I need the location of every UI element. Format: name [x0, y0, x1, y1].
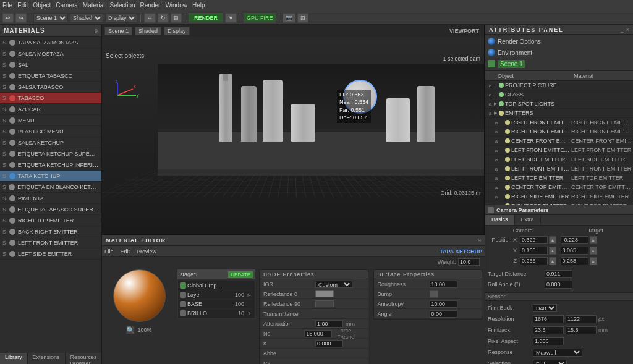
menu-material[interactable]: Material: [83, 2, 105, 9]
pos-y-input[interactable]: [520, 247, 548, 255]
tgt-y-spin[interactable]: ▲: [590, 247, 597, 255]
screenshot-btn[interactable]: ⊡: [297, 13, 308, 23]
material-item[interactable]: SPLASTICO MENU: [0, 126, 101, 137]
anisotropy-input[interactable]: [430, 300, 457, 308]
material-item[interactable]: SPIMIENTA: [0, 193, 101, 204]
tree-row[interactable]: aPROJECT PICTURE: [485, 81, 633, 90]
redo-btn[interactable]: ↪: [15, 13, 27, 23]
vp-display-btn[interactable]: Display: [164, 27, 190, 35]
menu-camera[interactable]: Camera: [56, 2, 78, 9]
target-distance-input[interactable]: [545, 270, 572, 278]
tgt-x-input[interactable]: [561, 236, 588, 244]
undo-btn[interactable]: ↩: [2, 13, 14, 23]
tree-row[interactable]: aRIGHT SIDE EMITTERRIGHT SIDE EMITTER: [485, 192, 633, 201]
material-item[interactable]: SETIQUETA KETCHUP INFERIOR: [0, 159, 101, 171]
tree-row[interactable]: aGLASS: [485, 90, 633, 99]
tree-row[interactable]: aRIGHT FRONT EMITTERRIGHT FRONT EMITTER: [485, 118, 633, 127]
tree-row[interactable]: aLEFT FRON EMITTER BLEFT FRONT EMITTER: [485, 146, 633, 155]
material-item[interactable]: STABASCO: [0, 93, 101, 104]
film-back-select[interactable]: D40: [533, 304, 557, 312]
material-item[interactable]: SAZUCAR: [0, 104, 101, 115]
response-select[interactable]: Maxwell: [533, 349, 582, 357]
tab-library[interactable]: Library: [0, 353, 28, 364]
render-options-btn[interactable]: ▼: [225, 13, 237, 23]
render-btn[interactable]: RENDER: [189, 13, 223, 23]
tree-row[interactable]: aRIGHT FRONT EMITTER BRIGHT FRONT EMITTE…: [485, 127, 633, 137]
material-item[interactable]: SBACK RIGHT EMITTER: [0, 226, 101, 237]
material-item[interactable]: SLEFT FRONT EMITTER: [0, 237, 101, 248]
resolution-w-input[interactable]: [533, 315, 564, 323]
rotate-btn[interactable]: ↻: [158, 13, 169, 23]
material-item[interactable]: STAPA SALZA MOSTAZA: [0, 37, 101, 48]
mat-layer-row[interactable]: Global Prop...: [178, 281, 255, 290]
vp-scene-btn[interactable]: Scene 1: [104, 27, 132, 35]
material-item[interactable]: SSAL: [0, 59, 101, 70]
menu-object[interactable]: Object: [33, 2, 51, 9]
tree-row[interactable]: aCENTER TOP EMITTERCENTER TOP EMITTER: [485, 183, 633, 192]
viewport-content[interactable]: FD: 0.563 Near: 0,534 Far: 0.551 DoF: 0.…: [102, 37, 484, 234]
tab-resources[interactable]: Resources Browser: [66, 353, 103, 364]
scene-select[interactable]: Scene 1: [33, 13, 68, 23]
material-item[interactable]: SMENU: [0, 115, 101, 126]
material-item[interactable]: SRIGHT TOP EMITTER: [0, 215, 101, 226]
menu-window[interactable]: Window: [165, 2, 187, 9]
panel-close-btn[interactable]: ×: [626, 27, 629, 33]
mat-layer-row[interactable]: BRILLO101: [178, 309, 255, 318]
tgt-x-spin[interactable]: ▲: [590, 236, 597, 244]
material-item[interactable]: SETIQUETA EN BLANCO KETCHUP: [0, 182, 101, 193]
cam-tab-basics[interactable]: Basics: [485, 215, 515, 225]
environment-label[interactable]: Environment: [498, 49, 532, 56]
material-item[interactable]: STARA KETCHUP: [0, 171, 101, 182]
ior-select[interactable]: Custom: [315, 281, 352, 288]
cam-tab-extra[interactable]: Extra: [515, 215, 541, 225]
display-select[interactable]: Display: [105, 13, 137, 23]
mat-layer-row[interactable]: Layer100N: [178, 290, 255, 300]
angle-input[interactable]: [430, 310, 457, 318]
tree-expand-arrow[interactable]: ▶: [494, 111, 499, 116]
pos-z-input[interactable]: [520, 257, 548, 265]
reflectance90-swatch[interactable]: [315, 300, 334, 307]
material-item[interactable]: SETIQUETA KETCHUP SUPERIOR: [0, 148, 101, 159]
menu-file[interactable]: File: [2, 2, 12, 9]
tree-row[interactable]: a▶EMITTERS: [485, 109, 633, 118]
material-item[interactable]: SETIQUETA TABASCO: [0, 70, 101, 82]
pos-x-input[interactable]: [520, 236, 548, 244]
tree-row[interactable]: a▶TOP SPOT LIGHTS: [485, 99, 633, 109]
tgt-z-spin[interactable]: ▲: [590, 257, 597, 265]
material-item[interactable]: SSALSA MOSTAZA: [0, 48, 101, 59]
menu-render[interactable]: Render: [140, 2, 161, 9]
k-input[interactable]: [315, 340, 343, 347]
menu-edit[interactable]: Edit: [17, 2, 28, 9]
tree-row[interactable]: aLEFT SIDE EMITTERLEFT SIDE EMITTER: [485, 155, 633, 164]
camera-btn[interactable]: 📷: [283, 13, 295, 23]
menu-selection[interactable]: Selection: [109, 2, 135, 9]
attenuation-input[interactable]: [315, 320, 343, 328]
material-item[interactable]: SETIQUETA TABASCO SUPERIOR: [0, 204, 101, 215]
material-item[interactable]: SSALSA TABASCO: [0, 82, 101, 93]
tgt-z-input[interactable]: [561, 257, 588, 265]
vp-shaded-btn[interactable]: Shaded: [135, 27, 161, 35]
tab-extensions[interactable]: Extensions: [28, 353, 66, 364]
resolution-h-input[interactable]: [566, 315, 597, 323]
pixel-aspect-input[interactable]: [533, 337, 564, 345]
zoom-out-btn[interactable]: 🔍: [126, 326, 135, 334]
filmback-w-input[interactable]: [533, 326, 564, 334]
mat-update-btn[interactable]: UPDATE: [228, 271, 253, 278]
scale-btn[interactable]: ⊞: [171, 13, 182, 23]
roughness-input[interactable]: [430, 281, 457, 288]
pos-z-spin[interactable]: ▲: [549, 257, 556, 265]
panel-minimize-btn[interactable]: _: [621, 27, 624, 33]
selection-select[interactable]: Full: [533, 360, 567, 365]
mat-menu-edit[interactable]: Edit: [121, 248, 130, 255]
mat-menu-preview[interactable]: Preview: [137, 248, 156, 255]
menu-help[interactable]: Help: [192, 2, 205, 9]
shaded-select[interactable]: Shaded: [70, 13, 103, 23]
move-btn[interactable]: ↔: [144, 13, 156, 23]
tree-row[interactable]: aLEFT TOP EMITTERLEFT TOP EMITTER: [485, 174, 633, 183]
nd-input[interactable]: [304, 330, 332, 337]
material-item[interactable]: SLEFT SIDE EMITTER: [0, 248, 101, 260]
filmback-h-input[interactable]: [566, 326, 597, 334]
roll-angle-input[interactable]: [545, 281, 572, 289]
tgt-y-input[interactable]: [561, 247, 588, 255]
scene-label[interactable]: Scene 1: [498, 60, 525, 68]
